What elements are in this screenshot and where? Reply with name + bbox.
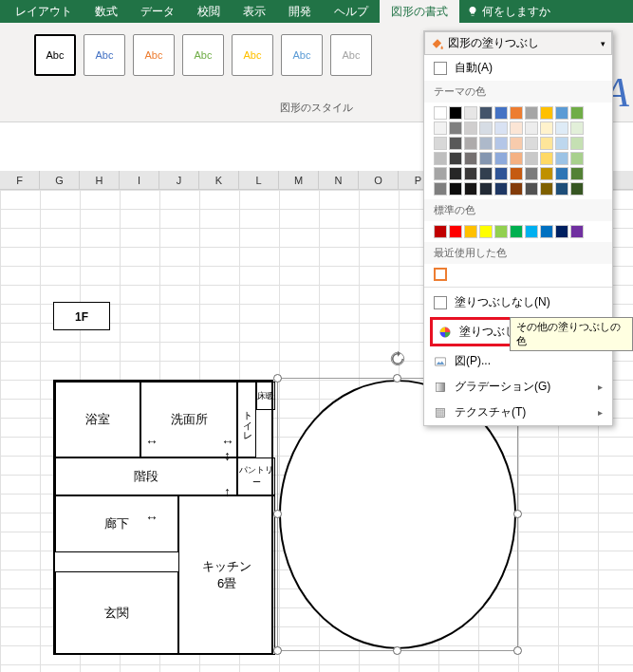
color-swatch[interactable] xyxy=(479,167,493,180)
color-swatch[interactable] xyxy=(434,121,447,135)
room-kitchen[interactable]: キッチン 6畳 xyxy=(178,495,275,655)
resize-handle[interactable] xyxy=(393,646,401,655)
shape-style-4[interactable]: Abc xyxy=(182,34,224,76)
color-swatch[interactable] xyxy=(494,106,508,120)
color-swatch[interactable] xyxy=(570,137,584,150)
color-swatch[interactable] xyxy=(464,167,477,180)
color-swatch[interactable] xyxy=(464,225,477,238)
color-swatch[interactable] xyxy=(494,167,508,180)
color-swatch[interactable] xyxy=(555,106,568,120)
color-swatch[interactable] xyxy=(479,137,493,150)
tab-review[interactable]: 校閲 xyxy=(186,0,232,24)
color-swatch[interactable] xyxy=(555,182,568,196)
color-swatch[interactable] xyxy=(555,121,568,135)
color-swatch[interactable] xyxy=(555,167,568,180)
color-swatch[interactable] xyxy=(464,106,477,120)
color-swatch[interactable] xyxy=(434,137,447,150)
tab-formulas[interactable]: 数式 xyxy=(84,0,129,24)
fill-automatic[interactable]: 自動(A) xyxy=(424,55,612,81)
shape-style-6[interactable]: Abc xyxy=(281,34,323,76)
color-swatch[interactable] xyxy=(510,225,523,238)
tab-developer[interactable]: 開発 xyxy=(277,0,323,24)
column-header[interactable]: M xyxy=(279,171,319,189)
color-swatch[interactable] xyxy=(540,137,553,150)
color-swatch[interactable] xyxy=(570,225,584,238)
resize-handle[interactable] xyxy=(393,374,401,383)
color-swatch[interactable] xyxy=(434,152,447,165)
color-swatch[interactable] xyxy=(464,137,477,150)
tab-help[interactable]: ヘルプ xyxy=(323,0,380,24)
color-swatch[interactable] xyxy=(449,182,462,196)
room-entrance[interactable]: 玄関 xyxy=(55,571,178,655)
color-swatch[interactable] xyxy=(510,121,523,135)
tab-shape-format[interactable]: 図形の書式 xyxy=(380,0,459,24)
rotate-handle[interactable] xyxy=(389,350,406,367)
color-swatch[interactable] xyxy=(434,167,447,180)
color-swatch[interactable] xyxy=(494,121,508,135)
color-swatch[interactable] xyxy=(434,225,447,238)
color-swatch[interactable] xyxy=(449,106,462,120)
color-swatch[interactable] xyxy=(555,152,568,165)
color-swatch[interactable] xyxy=(525,152,538,165)
tab-layout[interactable]: レイアウト xyxy=(4,0,84,24)
color-swatch[interactable] xyxy=(570,152,584,165)
color-swatch[interactable] xyxy=(479,225,493,238)
tell-me-search[interactable]: 何をしますか xyxy=(459,4,558,20)
color-swatch[interactable] xyxy=(464,121,477,135)
color-swatch[interactable] xyxy=(510,106,523,120)
color-swatch[interactable] xyxy=(494,152,508,165)
color-swatch[interactable] xyxy=(479,152,493,165)
color-swatch[interactable] xyxy=(525,225,538,238)
recent-color-swatch[interactable] xyxy=(434,268,447,281)
fill-gradient[interactable]: グラデーション(G) ▸ xyxy=(424,374,612,400)
color-swatch[interactable] xyxy=(540,167,553,180)
resize-handle[interactable] xyxy=(273,374,282,383)
color-swatch[interactable] xyxy=(525,182,538,196)
color-swatch[interactable] xyxy=(555,137,568,150)
color-swatch[interactable] xyxy=(464,182,477,196)
color-swatch[interactable] xyxy=(540,182,553,196)
color-swatch[interactable] xyxy=(525,121,538,135)
shape-style-2[interactable]: Abc xyxy=(84,34,125,76)
color-swatch[interactable] xyxy=(510,137,523,150)
color-swatch[interactable] xyxy=(525,106,538,120)
column-header[interactable]: N xyxy=(319,171,359,189)
color-swatch[interactable] xyxy=(479,182,493,196)
color-swatch[interactable] xyxy=(510,152,523,165)
color-swatch[interactable] xyxy=(479,121,493,135)
room-pantry[interactable]: パントリー xyxy=(237,457,275,495)
color-swatch[interactable] xyxy=(449,137,462,150)
color-swatch[interactable] xyxy=(510,182,523,196)
shape-style-7[interactable]: Abc xyxy=(330,34,372,76)
room-hallway[interactable]: 廊下 xyxy=(55,495,178,552)
floor-plan[interactable]: 浴室 洗面所 トイレ 床暖 階段 パントリー 廊下 キッチン 6畳 玄関 ↔ ↔… xyxy=(53,380,273,655)
color-swatch[interactable] xyxy=(449,152,462,165)
resize-handle[interactable] xyxy=(273,510,282,518)
room-toilet[interactable]: トイレ xyxy=(237,382,256,457)
color-swatch[interactable] xyxy=(540,225,553,238)
column-header[interactable]: I xyxy=(120,171,159,189)
color-swatch[interactable] xyxy=(494,182,508,196)
room-stairs[interactable]: 階段 xyxy=(55,457,237,495)
shape-style-5[interactable]: Abc xyxy=(232,34,273,76)
resize-handle[interactable] xyxy=(513,646,522,655)
column-header[interactable]: O xyxy=(359,171,399,189)
color-swatch[interactable] xyxy=(494,225,508,238)
resize-handle[interactable] xyxy=(513,510,522,518)
column-header[interactable]: J xyxy=(159,171,199,189)
color-swatch[interactable] xyxy=(570,167,584,180)
column-header[interactable]: F xyxy=(0,171,40,189)
color-swatch[interactable] xyxy=(494,137,508,150)
color-swatch[interactable] xyxy=(570,182,584,196)
color-swatch[interactable] xyxy=(434,182,447,196)
floor-label-1f[interactable]: 1F xyxy=(53,302,110,330)
color-swatch[interactable] xyxy=(540,152,553,165)
column-header[interactable]: K xyxy=(199,171,239,189)
color-swatch[interactable] xyxy=(434,106,447,120)
color-swatch[interactable] xyxy=(464,152,477,165)
color-swatch[interactable] xyxy=(525,167,538,180)
shape-fill-button[interactable]: 図形の塗りつぶし ▾ xyxy=(424,31,612,55)
color-swatch[interactable] xyxy=(540,106,553,120)
color-swatch[interactable] xyxy=(449,167,462,180)
column-header[interactable]: G xyxy=(40,171,80,189)
